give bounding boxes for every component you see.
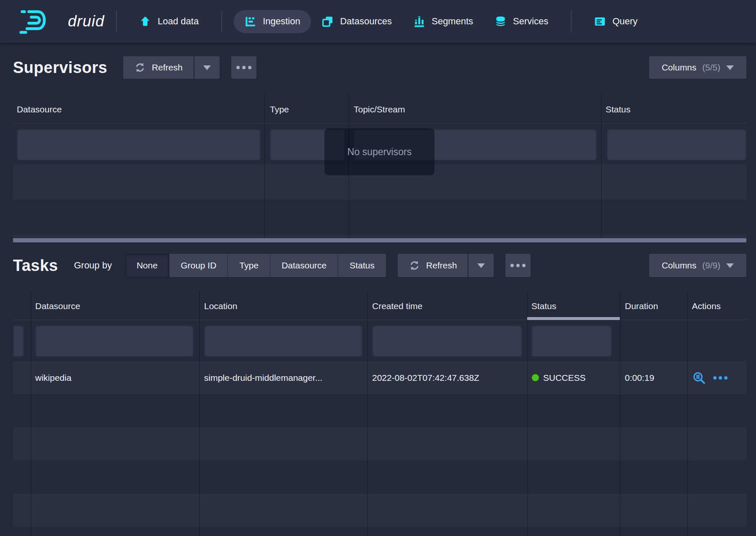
supervisors-refresh-button[interactable]: Refresh (123, 56, 194, 79)
nav-item-segments[interactable]: Segments (403, 10, 484, 33)
location-filter-input[interactable] (204, 325, 362, 356)
nav-item-label: Ingestion (263, 16, 300, 27)
tasks-refresh-caret-button[interactable] (469, 254, 494, 277)
task-more-actions-icon[interactable] (713, 376, 728, 380)
refresh-icon (409, 260, 420, 271)
group-by-button-group: None Group ID Type Datasource Status (125, 254, 386, 277)
empty-row-stripe (13, 494, 746, 527)
segments-chart-icon (414, 16, 425, 27)
column-header-datasource[interactable]: Datasource (35, 301, 80, 311)
query-console-icon (594, 16, 606, 27)
task-actions (692, 371, 728, 385)
group-by-label: Group by (74, 260, 112, 271)
nav-item-label: Load data (158, 16, 199, 27)
column-header-created-time[interactable]: Created time (372, 301, 422, 311)
column-header-type[interactable]: Type (270, 104, 289, 114)
task-status: SUCCESS (532, 373, 586, 383)
tasks-columns-button[interactable]: Columns (9/9) (649, 254, 746, 277)
group-by-type-button[interactable]: Type (228, 254, 270, 277)
top-nav: druid Load data Ingestion (0, 0, 756, 43)
datasources-icon (322, 16, 333, 27)
refresh-label: Refresh (152, 62, 183, 73)
column-header-location[interactable]: Location (204, 301, 237, 311)
task-datasource: wikipedia (35, 373, 71, 383)
nav-item-label: Services (513, 16, 548, 27)
chevron-down-icon (726, 263, 734, 268)
nav-item-label: Query (612, 16, 637, 27)
task-location: simple-druid-middlemanager... (204, 373, 322, 383)
nav-item-load-data[interactable]: Load data (129, 10, 210, 33)
upload-icon (140, 16, 151, 27)
columns-label: Columns (662, 62, 696, 73)
tasks-more-button[interactable] (505, 254, 531, 277)
created-time-filter-input[interactable] (372, 325, 522, 356)
supervisors-columns-button[interactable]: Columns (5/5) (649, 56, 746, 79)
nav-divider (571, 10, 572, 32)
tasks-table-header: Datasource Location Created time Status … (13, 291, 746, 320)
druid-logo[interactable]: druid (16, 8, 104, 35)
more-icon (236, 66, 251, 69)
cutoff-filter-input[interactable] (13, 325, 24, 356)
column-header-status[interactable]: Status (531, 301, 557, 311)
services-database-icon (495, 16, 506, 27)
column-header-actions[interactable]: Actions (692, 301, 721, 311)
horizontal-scrollbar[interactable] (13, 238, 746, 242)
nav-item-label: Datasources (340, 16, 392, 27)
column-header-duration[interactable]: Duration (625, 301, 658, 311)
druid-logo-icon (16, 8, 61, 35)
task-detail-magnifier-icon[interactable] (692, 371, 706, 385)
nav-item-services[interactable]: Services (484, 10, 559, 33)
tasks-table: Datasource Location Created time Status … (13, 291, 746, 536)
supervisors-toolbar: Supervisors Refresh Columns (5/5) (13, 56, 746, 79)
nav-divider (221, 10, 222, 32)
no-supervisors-message: No supervisors (324, 128, 435, 175)
druid-console: druid Load data Ingestion (0, 0, 756, 536)
task-status-label: SUCCESS (543, 373, 586, 383)
status-sort-indicator (527, 317, 620, 320)
supervisors-refresh-caret-button[interactable] (194, 56, 220, 79)
supervisors-more-button[interactable] (231, 56, 256, 79)
chevron-down-icon (477, 263, 485, 268)
empty-row-stripe (13, 427, 746, 461)
task-row[interactable]: wikipedia simple-druid-middlemanager... … (13, 361, 746, 394)
group-by-group-id-button[interactable]: Group ID (169, 254, 228, 277)
nav-item-ingestion[interactable]: Ingestion (234, 10, 311, 33)
chevron-down-icon (203, 65, 211, 70)
column-header-status[interactable]: Status (606, 104, 631, 114)
nav-item-query[interactable]: Query (583, 10, 648, 33)
columns-count: (5/5) (702, 62, 720, 73)
brand-name: druid (68, 13, 104, 30)
datasource-filter-input[interactable] (17, 128, 261, 160)
supervisors-table-header: Datasource Type Topic/Stream Status (13, 94, 746, 124)
ingestion-chart-icon (245, 16, 256, 27)
columns-label: Columns (662, 260, 696, 271)
tasks-title: Tasks (13, 257, 58, 275)
column-header-datasource[interactable]: Datasource (17, 104, 62, 114)
group-by-none-button[interactable]: None (125, 254, 169, 277)
group-by-status-button[interactable]: Status (338, 254, 386, 277)
datasource-filter-input[interactable] (35, 325, 194, 356)
columns-count: (9/9) (702, 260, 720, 271)
tasks-toolbar: Tasks Group by None Group ID Type Dataso… (13, 254, 746, 277)
tasks-refresh-button[interactable]: Refresh (398, 254, 468, 277)
supervisors-table: Datasource Type Topic/Stream Status No s… (13, 94, 746, 242)
refresh-icon (134, 62, 146, 73)
nav-item-label: Segments (432, 16, 473, 27)
tasks-filter-row (13, 320, 746, 361)
task-duration: 0:00:19 (625, 373, 654, 383)
column-header-topic-stream[interactable]: Topic/Stream (354, 104, 405, 114)
supervisors-title: Supervisors (13, 59, 107, 77)
group-by-datasource-button[interactable]: Datasource (270, 254, 338, 277)
status-filter-input[interactable] (531, 325, 612, 356)
refresh-label: Refresh (426, 260, 457, 271)
nav-item-datasources[interactable]: Datasources (311, 10, 403, 33)
nav-divider (116, 10, 117, 32)
chevron-down-icon (726, 65, 734, 70)
more-icon (510, 264, 526, 267)
status-filter-input[interactable] (607, 128, 746, 160)
task-created-time: 2022-08-02T07:42:47.638Z (372, 373, 479, 383)
success-status-dot-icon (532, 374, 539, 381)
empty-row-stripe (13, 235, 746, 238)
